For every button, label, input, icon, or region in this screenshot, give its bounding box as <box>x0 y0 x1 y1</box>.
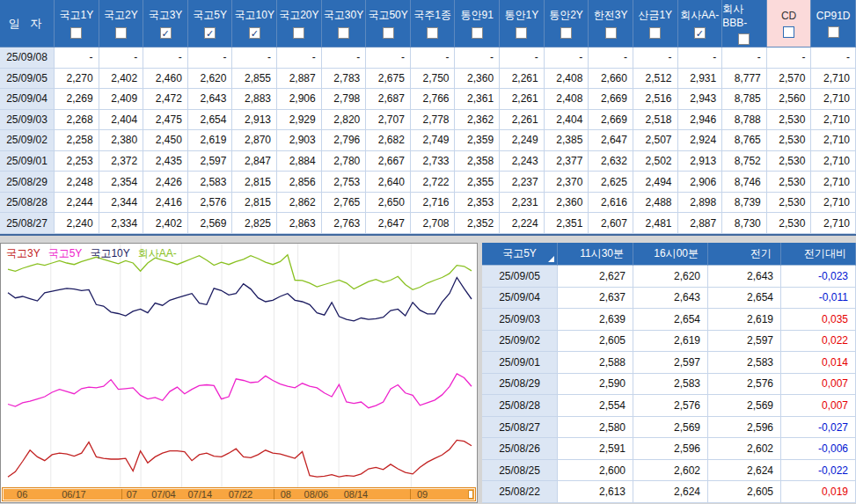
rate-cell: 2,560 <box>767 89 812 110</box>
column-header: 국고2Y <box>99 0 144 47</box>
unchecked-checkbox[interactable] <box>605 27 617 39</box>
row-date: 25/08/26 <box>482 438 558 460</box>
unchecked-checkbox[interactable] <box>70 27 82 39</box>
column-header: CP91D <box>811 0 856 47</box>
rate-cell: 2,351 <box>545 213 589 234</box>
scrollbar-tick <box>410 489 411 500</box>
checked-checkbox[interactable]: ✓ <box>160 27 172 39</box>
unchecked-checkbox[interactable] <box>115 27 127 39</box>
column-header: 통안2Y <box>545 0 589 47</box>
rate-cell: 2,924 <box>678 130 723 151</box>
rate-cell: 2,887 <box>277 69 322 90</box>
rate-cell: 2,261 <box>500 89 545 110</box>
rate-cell: - <box>188 47 233 69</box>
column-label: 통안91 <box>461 8 494 23</box>
rate-cell: 2,460 <box>143 69 188 90</box>
column-label: 국고20Y <box>279 8 318 23</box>
unchecked-checkbox[interactable] <box>293 27 304 39</box>
rate-cell: 8,746 <box>722 172 767 193</box>
rate-cell: 2,710 <box>811 89 856 110</box>
row-date: 25/09/04 <box>0 89 55 110</box>
column-label: 한전3Y <box>594 8 628 23</box>
rate-cell: 2,569 <box>188 213 233 234</box>
series-selector[interactable]: 국고5Y <box>482 243 558 266</box>
row-date: 25/09/01 <box>0 151 55 172</box>
rate-cell: 2,355 <box>455 172 500 193</box>
unchecked-checkbox[interactable] <box>472 27 483 39</box>
time-1600-cell: 2,643 <box>633 288 708 310</box>
previous-cell: 2,596 <box>708 417 781 439</box>
diff-cell: -0,023 <box>781 266 856 288</box>
checked-checkbox[interactable]: ✓ <box>249 27 260 39</box>
column-label: 국주1종 <box>413 8 451 23</box>
column-header: 국주1종 <box>411 0 456 47</box>
rate-cell: 2,884 <box>277 151 322 172</box>
unchecked-checkbox[interactable] <box>516 27 527 39</box>
rate-cell: 2,796 <box>322 130 367 151</box>
unchecked-checkbox[interactable] <box>338 27 349 39</box>
rate-cell: 2,708 <box>411 213 456 234</box>
column-header: 국고5Y✓ <box>188 0 233 47</box>
diff-cell: 0,019 <box>781 481 856 503</box>
rate-cell: - <box>143 47 188 69</box>
unchecked-checkbox[interactable] <box>383 27 394 39</box>
unchecked-checkbox[interactable] <box>649 27 661 39</box>
column-label: 국고1Y <box>59 8 93 23</box>
row-date: 25/08/29 <box>482 374 558 396</box>
rate-cell: 2,620 <box>188 69 233 90</box>
legend-item: 국고3Y <box>6 246 40 261</box>
x-axis-label: 07/04 <box>151 489 176 500</box>
column-header: 산금1Y <box>633 0 678 47</box>
rate-cell: 2,682 <box>366 130 411 151</box>
time-1600-cell: 2,583 <box>633 374 708 396</box>
unchecked-checkbox[interactable] <box>783 26 794 38</box>
chart-date-scrollbar[interactable]: 0606/170707/0407/1407/220808/0608/1409 <box>2 487 476 501</box>
unchecked-checkbox[interactable] <box>738 33 750 45</box>
row-date: 25/08/27 <box>0 213 55 234</box>
column-header: 국고20Y <box>277 0 322 47</box>
column-label: 국고2Y <box>104 8 138 23</box>
rate-cell: 2,820 <box>322 110 367 131</box>
rate-cell: - <box>722 47 767 69</box>
rate-cell: 2,913 <box>678 151 723 172</box>
rate-cell: 2,530 <box>767 172 812 193</box>
x-axis-label: 08 <box>281 489 291 500</box>
rate-cell: - <box>767 47 812 69</box>
unchecked-checkbox[interactable] <box>427 27 438 39</box>
rate-cell: 2,530 <box>767 110 812 131</box>
rate-cell: 2,244 <box>55 193 99 214</box>
diff-cell: -0,011 <box>781 288 856 310</box>
checked-checkbox[interactable]: ✓ <box>694 27 706 39</box>
column-header: 통안1Y <box>500 0 545 47</box>
rate-cell: 2,619 <box>188 130 233 151</box>
rates-line-chart <box>1 244 477 489</box>
rate-cell: 2,530 <box>767 130 812 151</box>
series-line-국고3Y <box>8 440 472 477</box>
rate-cell: 2,898 <box>678 193 723 214</box>
rate-cell: 2,616 <box>589 193 633 214</box>
unchecked-checkbox[interactable] <box>828 26 839 38</box>
previous-cell: 2,597 <box>708 331 781 353</box>
row-date: 25/08/25 <box>482 460 558 482</box>
rate-cell: 2,887 <box>678 213 723 234</box>
previous-cell: 2,619 <box>708 309 781 331</box>
row-date: 25/08/28 <box>0 193 55 214</box>
unchecked-checkbox[interactable] <box>560 27 572 39</box>
rate-cell: 2,675 <box>366 69 411 90</box>
diff-cell: 0,035 <box>781 309 856 331</box>
diff-cell: 0,014 <box>781 352 856 374</box>
time-1130-cell: 2,639 <box>558 309 633 331</box>
scrollbar-thumb[interactable] <box>468 490 473 499</box>
rate-cell: 2,472 <box>143 89 188 110</box>
rate-cell: 2,488 <box>633 193 678 214</box>
rate-cell: - <box>811 47 856 69</box>
checked-checkbox[interactable]: ✓ <box>204 27 216 39</box>
rate-cell: 2,240 <box>55 213 99 234</box>
rate-cell: - <box>55 47 99 69</box>
rate-cell: 2,450 <box>143 130 188 151</box>
rate-cell: 2,530 <box>767 193 812 214</box>
rate-cell: - <box>232 47 277 69</box>
time-1130-cell: 2,580 <box>558 417 633 439</box>
rate-cell: - <box>589 47 633 69</box>
diff-cell: -0,022 <box>781 460 856 482</box>
